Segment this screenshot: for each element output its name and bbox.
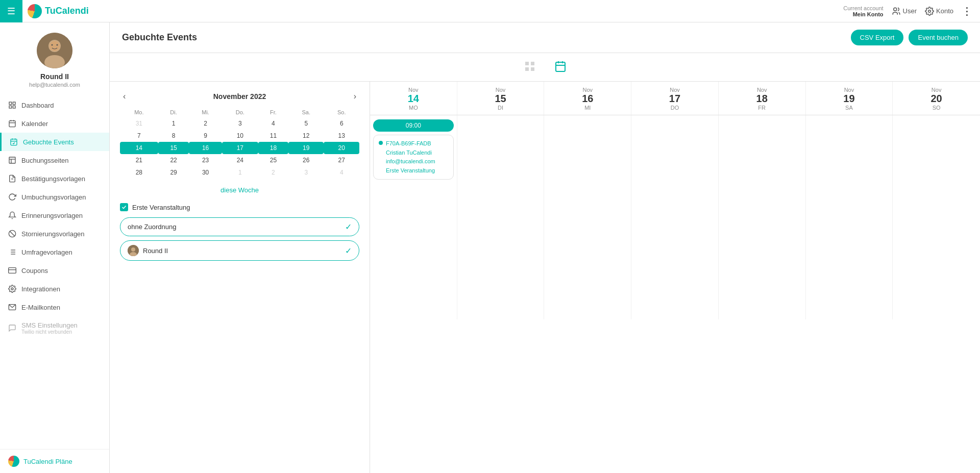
mini-cal-day[interactable]: 26 [288, 154, 324, 166]
sidebar-item-stornierungsvorlagen[interactable]: Stornierungsvorlagen [0, 225, 109, 243]
dashboard-icon [8, 101, 16, 109]
filter-ohne-zuordnung[interactable]: ohne Zuordnung ✓ [120, 217, 359, 236]
list-view-button[interactable] [520, 58, 540, 76]
week-day-name-15: DI [459, 105, 542, 111]
mini-cal-day[interactable]: 1 [158, 117, 189, 130]
svg-rect-20 [9, 157, 15, 163]
mini-cal-day[interactable]: 29 [158, 166, 189, 179]
event-buchen-button[interactable]: Event buchen [909, 30, 968, 45]
week-day-month-16: Nov [546, 87, 629, 93]
profile-email: help@tucalendi.com [29, 82, 80, 88]
mini-cal-day[interactable]: 12 [288, 130, 324, 142]
more-button[interactable]: ⋮ [962, 5, 972, 17]
prev-month-button[interactable]: ‹ [120, 91, 129, 102]
sidebar-item-integrationen[interactable]: Integrationen [0, 280, 109, 298]
bestaetigungsvorlagen-label: Bestätigungsvorlagen [21, 175, 85, 183]
erste-veranstaltung-checkbox[interactable] [120, 203, 128, 211]
event-id: F70A-B69F-FADB [386, 139, 435, 148]
week-day-name-20: SO [895, 105, 978, 111]
mini-cal-day[interactable]: 5 [288, 117, 324, 130]
svg-point-7 [57, 44, 58, 46]
sidebar-item-umbuchungsvorlagen[interactable]: Umbuchungsvorlagen [0, 188, 109, 206]
filter-round-ii-avatar [128, 245, 139, 256]
sidebar-plans[interactable]: TuCalendi Pläne [0, 449, 109, 473]
current-account-info: Current account Mein Konto [843, 5, 883, 17]
week-day-header-14: Nov 14 MO [370, 82, 457, 115]
mini-cal-day[interactable]: 15 [158, 142, 189, 154]
mini-cal-day[interactable]: 7 [120, 130, 158, 142]
dashboard-label: Dashboard [21, 102, 54, 109]
main-header: Gebuchte Events CSV Export Event buchen [110, 22, 980, 53]
mini-cal-day[interactable]: 3 [222, 117, 258, 130]
sidebar-item-bestaetigungsvorlagen[interactable]: Bestätigungsvorlagen [0, 169, 109, 188]
mini-cal-day[interactable]: 13 [324, 130, 359, 142]
konto-button[interactable]: Konto [925, 7, 953, 16]
mini-cal-day[interactable]: 8 [158, 130, 189, 142]
sidebar-item-erinnerungsvorlagen[interactable]: Erinnerungsvorlagen [0, 206, 109, 225]
filter-round-ii[interactable]: Round II ✓ [120, 240, 359, 261]
survey-icon [8, 248, 16, 256]
mini-cal-day[interactable]: 2 [189, 117, 222, 130]
svg-rect-10 [9, 106, 12, 108]
svg-rect-12 [9, 121, 15, 127]
event-detail-card[interactable]: F70A-B69F-FADB Cristian TuCalendi info@t… [373, 135, 454, 180]
mini-cal-day[interactable]: 30 [189, 166, 222, 179]
konto-label: Konto [936, 7, 953, 15]
sidebar-item-coupons[interactable]: Coupons [0, 261, 109, 280]
sidebar-item-kalender[interactable]: Kalender [0, 114, 109, 133]
sidebar-item-sms[interactable]: SMS Einstellungen Twilio nicht verbunden [0, 316, 109, 340]
erste-veranstaltung-label: Erste Veranstaltung [132, 204, 190, 211]
csv-export-button[interactable]: CSV Export [851, 30, 904, 45]
mini-cal-day[interactable]: 19 [288, 142, 324, 154]
current-account-label: Current account [843, 5, 883, 11]
mini-cal-day[interactable]: 16 [189, 142, 222, 154]
next-month-button[interactable]: › [351, 91, 359, 102]
this-week-link[interactable]: diese Woche [120, 186, 359, 194]
mini-cal-day[interactable]: 2 [258, 166, 288, 179]
week-day-month-18: Nov [721, 87, 803, 93]
sidebar-item-gebuchte-events[interactable]: Gebuchte Events [0, 133, 109, 151]
svg-point-1 [928, 10, 931, 12]
mini-cal-day[interactable]: 31 [120, 117, 158, 130]
mini-cal-day[interactable]: 17 [222, 142, 258, 154]
mini-cal-day[interactable]: 22 [158, 154, 189, 166]
day-header-fr: Fr. [258, 107, 288, 117]
avatar [37, 33, 72, 68]
mini-cal-day[interactable]: 27 [324, 154, 359, 166]
mini-cal-day[interactable]: 18 [258, 142, 288, 154]
sidebar-item-buchungsseiten[interactable]: Buchungsseiten [0, 151, 109, 169]
day-header-mo: Mo. [120, 107, 158, 117]
week-day-num-18: 18 [721, 93, 803, 105]
hamburger-button[interactable]: ☰ [0, 0, 22, 22]
mini-cal-day[interactable]: 9 [189, 130, 222, 142]
mini-cal-day[interactable]: 25 [258, 154, 288, 166]
mini-cal-day[interactable]: 3 [288, 166, 324, 179]
week-day-month-15: Nov [459, 87, 542, 93]
sidebar-item-emailkonten[interactable]: E-Mailkonten [0, 298, 109, 316]
event-name: Erste Veranstaltung [386, 166, 435, 176]
mini-cal-day[interactable]: 21 [120, 154, 158, 166]
sidebar-item-umfragevorlagen[interactable]: Umfragevorlagen [0, 243, 109, 261]
mini-cal-day[interactable]: 23 [189, 154, 222, 166]
mini-cal-day[interactable]: 4 [324, 166, 359, 179]
mini-cal-day[interactable]: 20 [324, 142, 359, 154]
mini-calendar: ‹ November 2022 › Mo. Di. Mi. Do. Fr. Sa… [120, 91, 359, 179]
event-email: info@tucalendi.com [386, 157, 435, 166]
event-time-badge[interactable]: 09:00 [373, 119, 454, 132]
mini-cal-day[interactable]: 10 [222, 130, 258, 142]
mini-cal-day[interactable]: 24 [222, 154, 258, 166]
mini-cal-day[interactable]: 1 [222, 166, 258, 179]
sidebar-nav: Dashboard Kalender Gebuchte Events Buchu… [0, 96, 109, 340]
mini-cal-day[interactable]: 28 [120, 166, 158, 179]
user-button[interactable]: User [892, 7, 917, 16]
week-day-month-17: Nov [633, 87, 716, 93]
calendar-view-button[interactable] [550, 58, 571, 76]
sidebar-item-dashboard[interactable]: Dashboard [0, 96, 109, 114]
mini-cal-title: November 2022 [213, 92, 266, 101]
mini-cal-day[interactable]: 11 [258, 130, 288, 142]
this-week-anchor[interactable]: diese Woche [220, 186, 259, 194]
mini-cal-day[interactable]: 6 [324, 117, 359, 130]
mini-cal-day[interactable]: 14 [120, 142, 158, 154]
svg-rect-36 [525, 62, 529, 65]
mini-cal-day[interactable]: 4 [258, 117, 288, 130]
